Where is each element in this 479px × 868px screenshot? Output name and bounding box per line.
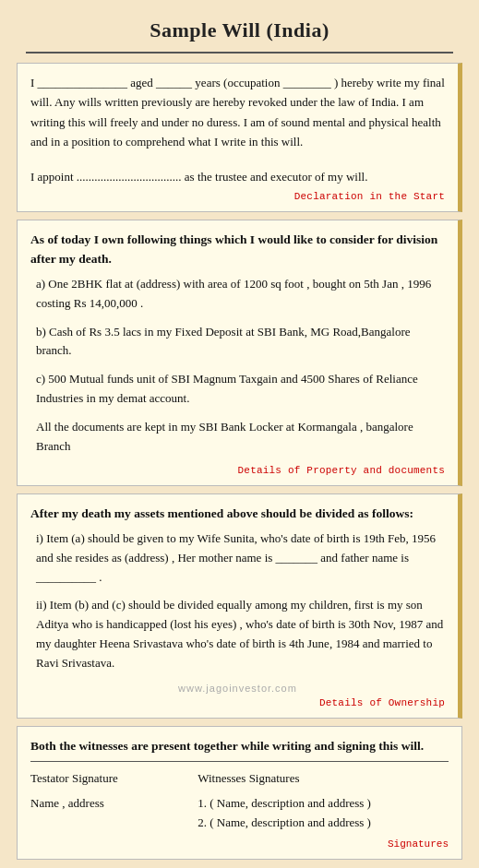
witnesses-label: Witnesses Signatures	[198, 769, 449, 789]
testator-label: Testator Signature	[30, 769, 198, 789]
item-i-text: Item (a) should be given to my Wife Suni…	[36, 531, 436, 584]
division-section: After my death my assets mentioned above…	[17, 493, 462, 718]
page-title: Sample Will (India)	[17, 9, 462, 50]
assets-heading: As of today I own following things which…	[30, 230, 445, 269]
sig-row-1: Testator Signature Witnesses Signatures	[30, 769, 449, 789]
asset-documents: All the documents are kept in my SBI Ban…	[34, 418, 445, 457]
assets-list: a) One 2BHK flat at (address) with area …	[34, 275, 445, 456]
assets-annotation: Details of Property and documents	[30, 465, 445, 476]
item-ii-text: Item (b) and (c) should be divided equal…	[36, 598, 443, 669]
item-c-text: 500 Mutual funds unit of SBI Magnum Taxg…	[36, 372, 418, 405]
sig-row-2: Name , address 1. ( Name, description an…	[30, 794, 449, 833]
division-item-ii: ii) Item (b) and (c) should be divided e…	[34, 596, 445, 672]
witness1: 1. ( Name, description and address )	[198, 794, 449, 814]
item-b-text: Cash of Rs 3.5 lacs in my Fixed Deposit …	[36, 325, 411, 358]
assets-section: As of today I own following things which…	[17, 220, 462, 487]
division-list: i) Item (a) should be given to my Wife S…	[34, 529, 445, 673]
item-a-label: a)	[36, 277, 48, 291]
item-b-label: b)	[36, 325, 49, 339]
intro-para1: I _______________ aged ______ years (occ…	[30, 73, 445, 152]
item-a-text: One 2BHK flat at (address) with area of …	[36, 277, 431, 310]
division-annotation: Details of Ownership	[30, 697, 445, 708]
intro-section: I _______________ aged ______ years (occ…	[17, 63, 462, 212]
title-divider	[26, 52, 453, 54]
page: Sample Will (India) I _______________ ag…	[0, 0, 479, 868]
signature-section: Both the witnesses are present together …	[17, 726, 462, 860]
witnesses-details: 1. ( Name, description and address ) 2. …	[198, 794, 449, 833]
watermark: www.jagoinvestor.com	[30, 683, 445, 694]
asset-item-c: c) 500 Mutual funds unit of SBI Magnum T…	[34, 370, 445, 409]
name-address-label: Name , address	[30, 794, 198, 833]
sig-divider	[30, 761, 449, 762]
item-i-label: i)	[36, 531, 46, 545]
sig-annotation: Signatures	[30, 838, 449, 850]
asset-item-b: b) Cash of Rs 3.5 lacs in my Fixed Depos…	[34, 323, 445, 362]
division-heading: After my death my assets mentioned above…	[30, 504, 445, 524]
sig-heading: Both the witnesses are present together …	[30, 736, 449, 756]
appoint-suffix: as the trustee and executor of my will.	[182, 170, 368, 184]
appoint-prefix: I appoint ..............................…	[30, 170, 182, 184]
division-item-i: i) Item (a) should be given to my Wife S…	[34, 529, 445, 587]
asset-item-a: a) One 2BHK flat at (address) with area …	[34, 275, 445, 314]
intro-appoint: I appoint ..............................…	[30, 167, 445, 187]
item-ii-label: ii)	[36, 598, 50, 612]
item-c-label: c)	[36, 372, 48, 386]
intro-annotation: Declaration in the Start	[30, 191, 445, 202]
witness2: 2. ( Name, description and address )	[198, 814, 449, 833]
